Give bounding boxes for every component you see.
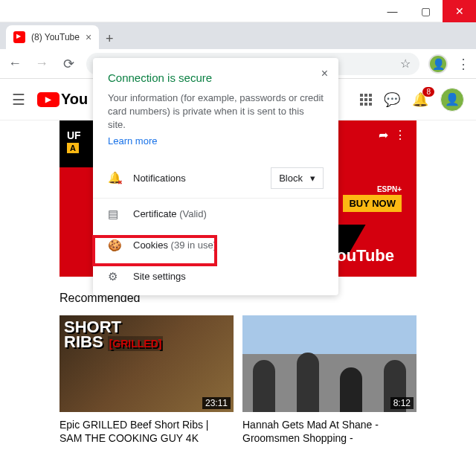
video-duration: 23:11 (202, 397, 231, 409)
tab-title: (8) YouTube (31, 32, 80, 42)
user-avatar[interactable]: 👤 (440, 88, 464, 112)
notifications-label: Notifications (133, 173, 259, 184)
popup-description: Your information (for example, passwords… (108, 91, 324, 132)
gear-icon: ⚙ (108, 270, 121, 283)
video-duration: 8:12 (390, 397, 414, 409)
site-info-popup: × Connection is secure Your information … (93, 58, 338, 295)
notifications-bell-icon[interactable]: 🔔 8 (412, 91, 428, 108)
notification-badge: 8 (422, 87, 434, 97)
hero-left-text: UF A (67, 129, 81, 153)
certificate-label: Certificate (133, 208, 177, 219)
hero-actions: ➦ ⋮ (379, 128, 406, 142)
ad-label: A (67, 143, 79, 153)
share-icon[interactable]: ➦ (379, 128, 388, 142)
cookies-label: Cookies (133, 239, 168, 251)
certificate-icon: ▤ (108, 208, 121, 221)
cookies-row[interactable]: 🍪 Cookies (39 in use) (93, 230, 338, 261)
minimize-button[interactable]: — (376, 0, 409, 22)
video-card[interactable]: 8:12 Hannah Gets Mad At Shane - Groomsme… (242, 315, 416, 445)
popup-title: Connection is secure (108, 71, 324, 84)
site-settings-row[interactable]: ⚙ Site settings (93, 261, 338, 292)
video-card[interactable]: SHORT RIBS [GRILLED] 23:11 Epic GRILLED … (60, 315, 234, 445)
buy-now-button[interactable]: BUY NOW (343, 195, 402, 212)
video-thumbnail: SHORT RIBS [GRILLED] 23:11 (60, 315, 234, 412)
tab-strip: (8) YouTube × + (0, 22, 476, 49)
new-tab-button[interactable]: + (99, 28, 120, 49)
hamburger-menu-icon[interactable]: ☰ (12, 91, 25, 109)
chevron-down-icon: ▾ (310, 173, 315, 184)
certificate-status: (Valid) (179, 208, 207, 219)
notifications-select[interactable]: Block▾ (271, 167, 324, 189)
video-grid: SHORT RIBS [GRILLED] 23:11 Epic GRILLED … (60, 315, 416, 445)
youtube-play-icon: ▶ (37, 92, 60, 107)
reload-button[interactable]: ⟳ (60, 56, 77, 72)
youtube-logo[interactable]: ▶ You (37, 91, 88, 108)
back-button[interactable]: ← (6, 56, 24, 71)
cookies-count: (39 in use) (171, 239, 216, 251)
video-title: Hannah Gets Mad At Shane - Groomsmen Sho… (242, 418, 416, 445)
video-title: Epic GRILLED Beef Short Ribs | SAM THE C… (60, 418, 234, 445)
cookie-icon: 🍪 (108, 239, 121, 252)
site-settings-label: Site settings (133, 271, 324, 282)
thumbnail-overlay-text: SHORT RIBS [GRILLED] (64, 320, 163, 350)
window-titlebar: — ▢ ✕ (0, 0, 476, 22)
browser-menu-icon[interactable]: ⋮ (457, 56, 470, 72)
learn-more-link[interactable]: Learn more (108, 135, 157, 147)
bell-icon: 🔔✖ (108, 171, 121, 184)
hero-menu-icon[interactable]: ⋮ (394, 128, 406, 142)
close-tab-icon[interactable]: × (86, 31, 91, 43)
bookmark-star-icon[interactable]: ☆ (400, 57, 411, 71)
popup-close-icon[interactable]: × (321, 67, 328, 80)
espn-logo-text: ESPN+ (343, 185, 402, 193)
certificate-row[interactable]: ▤ Certificate (Valid) (93, 198, 338, 230)
browser-tab[interactable]: (8) YouTube × (6, 25, 99, 49)
video-thumbnail: 8:12 (242, 315, 416, 412)
maximize-button[interactable]: ▢ (409, 0, 443, 22)
youtube-logo-text: You (61, 91, 88, 108)
forward-button[interactable]: → (33, 56, 51, 71)
youtube-favicon (13, 31, 25, 43)
close-window-button[interactable]: ✕ (443, 0, 476, 22)
notifications-row: 🔔✖ Notifications Block▾ (93, 158, 338, 198)
profile-avatar[interactable]: 👤 (428, 54, 448, 74)
messages-icon[interactable]: 💬 (384, 91, 400, 108)
apps-grid-icon[interactable] (360, 94, 372, 106)
